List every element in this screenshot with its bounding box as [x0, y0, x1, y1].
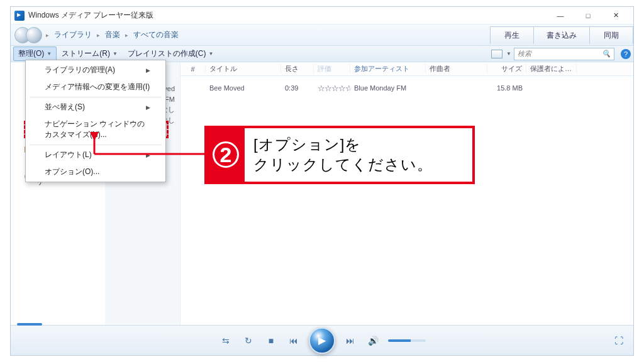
chevron-down-icon: ▼: [113, 51, 118, 57]
repeat-button[interactable]: ↻: [241, 336, 256, 346]
chevron-down-icon: ▼: [47, 51, 52, 57]
dd-label: ライブラリの管理(A): [45, 65, 115, 75]
col-size[interactable]: サイズ: [487, 64, 526, 74]
tab-play[interactable]: 再生: [490, 26, 534, 44]
fullscreen-button[interactable]: ⛶: [614, 336, 623, 346]
dd-apply-media-info[interactable]: メディア情報への変更を適用(I): [27, 79, 164, 96]
dd-label: オプション(O)...: [45, 167, 99, 177]
dd-label: 並べ替え(S): [45, 102, 85, 112]
callout-number: 2: [213, 141, 239, 168]
chevron-down-icon: ▼: [209, 51, 214, 57]
chevron-right-icon: ▶: [146, 67, 150, 74]
chevron-right-icon: ▸: [45, 32, 50, 38]
search-input[interactable]: 検索 🔍: [514, 48, 614, 60]
dd-separator: [30, 97, 162, 97]
callout-line1: [オプション]を: [253, 134, 464, 155]
minimize-button[interactable]: —: [547, 7, 574, 25]
organize-label: 整理(O): [18, 48, 44, 59]
chevron-down-icon: ▼: [506, 51, 511, 57]
view-options-button[interactable]: [491, 50, 502, 58]
dd-sort[interactable]: 並べ替え(S) ▶: [27, 99, 164, 116]
breadcrumb-allmusic[interactable]: すべての音楽: [132, 30, 180, 40]
playlist-label: プレイリストの作成(C): [128, 48, 206, 59]
maximize-button[interactable]: □: [574, 7, 602, 25]
play-button[interactable]: ▶: [309, 327, 335, 354]
tab-burn[interactable]: 書き込み: [533, 26, 590, 44]
next-button[interactable]: ⏭: [343, 336, 358, 346]
track-list: # タイトル 長さ 評価 参加アーティスト 作曲者 サイズ 保護者による制...…: [180, 62, 633, 325]
breadcrumb-music[interactable]: 音楽: [104, 30, 121, 40]
instruction-callout: 2 [オプション]を クリックしてください。: [204, 126, 475, 184]
col-parental[interactable]: 保護者による制...: [526, 64, 577, 74]
close-button[interactable]: ✕: [602, 7, 630, 25]
callout-text: [オプション]を クリックしてください。: [245, 128, 472, 182]
col-title[interactable]: タイトル: [206, 64, 281, 74]
track-length: 0:39: [281, 84, 314, 92]
search-icon: 🔍: [602, 50, 611, 58]
col-number[interactable]: #: [180, 65, 206, 73]
stream-label: ストリーム(R): [62, 48, 110, 59]
help-button[interactable]: ?: [621, 49, 631, 59]
stream-menu[interactable]: ストリーム(R) ▼: [57, 47, 123, 61]
navbar: ▸ ライブラリ ▸ 音楽 ▸ すべての音楽 再生 書き込み 同期: [11, 25, 633, 46]
col-artist[interactable]: 参加アーティスト: [350, 64, 426, 74]
organize-menu[interactable]: 整理(O) ▼: [13, 47, 57, 61]
list-header: # タイトル 長さ 評価 参加アーティスト 作曲者 サイズ 保護者による制...: [180, 62, 633, 76]
track-artist: Blue Monday FM: [350, 84, 426, 92]
playback-footer: ⇆ ↻ ■ ⏮ ▶ ⏭ 🔊 ⛶: [11, 325, 633, 355]
chevron-right-icon: ▸: [96, 32, 101, 38]
titlebar: Windows メディア プレーヤー従来版 — □ ✕: [11, 7, 633, 25]
track-row[interactable]: Bee Moved 0:39 ☆☆☆☆☆ Blue Monday FM 15.8…: [180, 76, 633, 91]
search-placeholder: 検索: [518, 49, 531, 58]
col-length[interactable]: 長さ: [281, 64, 314, 74]
dd-manage-libraries[interactable]: ライブラリの管理(A) ▶: [27, 62, 164, 79]
dd-label: レイアウト(L): [45, 150, 92, 160]
volume-slider[interactable]: [388, 339, 426, 342]
stop-button[interactable]: ■: [264, 336, 279, 346]
col-composer[interactable]: 作曲者: [426, 64, 487, 74]
nav-forward-button[interactable]: [26, 27, 42, 43]
track-title: Bee Moved: [206, 84, 281, 92]
breadcrumb-library[interactable]: ライブラリ: [53, 30, 93, 40]
create-playlist-menu[interactable]: プレイリストの作成(C) ▼: [123, 47, 219, 61]
mute-button[interactable]: 🔊: [365, 336, 380, 346]
col-rating[interactable]: 評価: [314, 64, 350, 74]
chevron-right-icon: ▶: [146, 104, 150, 111]
callout-line2: クリックしてください。: [253, 155, 464, 175]
track-rating[interactable]: ☆☆☆☆☆: [314, 84, 350, 93]
organize-dropdown: ライブラリの管理(A) ▶ メディア情報への変更を適用(I) 並べ替え(S) ▶…: [25, 60, 166, 182]
shuffle-button[interactable]: ⇆: [218, 336, 233, 346]
previous-button[interactable]: ⏮: [286, 336, 301, 346]
callout-number-badge: 2: [207, 128, 245, 182]
dd-options[interactable]: オプション(O)...: [27, 163, 164, 180]
annotation-arrow: [88, 132, 214, 163]
tab-sync[interactable]: 同期: [589, 26, 633, 44]
dd-label: メディア情報への変更を適用(I): [45, 82, 150, 92]
track-size: 15.8 MB: [487, 84, 526, 92]
main-panel: oved londay FM 情報なし なし # タイトル 長さ 評価 参加アー…: [105, 62, 633, 325]
breadcrumb[interactable]: ▸ ライブラリ ▸ 音楽 ▸ すべての音楽: [45, 30, 180, 40]
seek-bar[interactable]: [17, 323, 42, 326]
app-icon: [14, 11, 25, 21]
chevron-right-icon: ▸: [124, 32, 130, 38]
window-title: Windows メディア プレーヤー従来版: [28, 10, 153, 21]
